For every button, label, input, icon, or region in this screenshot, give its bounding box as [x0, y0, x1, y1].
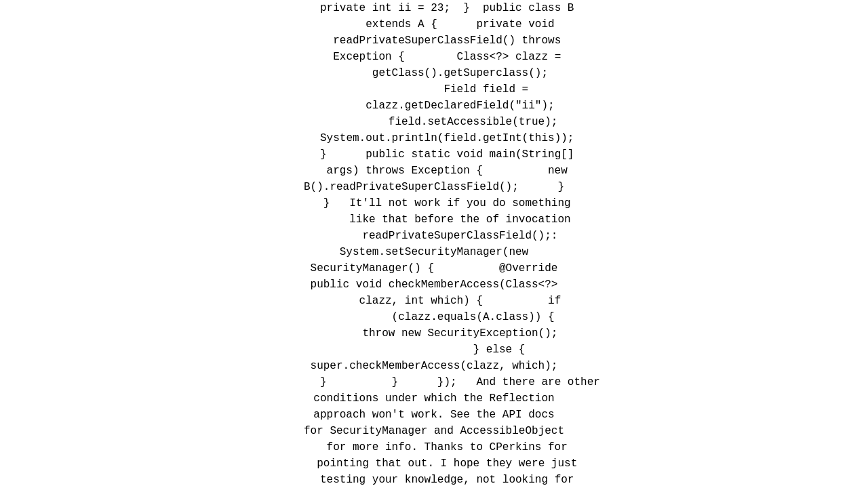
code-line: public void checkMemberAccess(Class<?>: [68, 277, 800, 293]
code-line: pointing that out. I hope they were just: [68, 455, 800, 472]
code-line: field.setAccessible(true);: [68, 114, 800, 130]
code-line: getClass().getSuperclass();: [68, 65, 800, 81]
code-line: System.out.println(field.getInt(this));: [68, 130, 800, 146]
code-line: extends A { private void: [68, 16, 800, 33]
code-block: private int ii = 23; } public class B ex…: [0, 0, 868, 488]
code-line: } } }); And there are other: [68, 374, 800, 390]
code-line: conditions under which the Reflection: [68, 390, 800, 407]
page-wrapper: private int ii = 23; } public class B ex…: [0, 0, 868, 488]
code-line: like that before the of invocation: [68, 211, 800, 228]
code-line: } It'll not work if you do something: [68, 195, 800, 211]
code-line: } public static void main(String[]: [68, 146, 800, 163]
code-line: Field field =: [68, 81, 800, 98]
code-line: clazz.getDeclaredField("ii");: [68, 98, 800, 114]
code-line: testing your knowledge, not looking for: [68, 472, 800, 488]
code-line: for SecurityManager and AccessibleObject: [68, 423, 800, 439]
code-line: private int ii = 23; } public class B: [68, 0, 800, 16]
code-line: System.setSecurityManager(new: [68, 244, 800, 260]
code-line: (clazz.equals(A.class)) {: [68, 309, 800, 325]
code-line: readPrivateSuperClassField() throws: [68, 33, 800, 49]
code-line: readPrivateSuperClassField();:: [68, 228, 800, 244]
code-line: } else {: [68, 342, 800, 358]
code-line: args) throws Exception { new: [68, 163, 800, 179]
code-line: Exception { Class<?> clazz =: [68, 49, 800, 65]
code-line: B().readPrivateSuperClassField(); }: [68, 179, 800, 195]
code-line: throw new SecurityException();: [68, 325, 800, 342]
code-line: SecurityManager() { @Override: [68, 260, 800, 277]
code-line: clazz, int which) { if: [68, 293, 800, 309]
code-line: super.checkMemberAccess(clazz, which);: [68, 358, 800, 374]
code-line: approach won't work. See the API docs: [68, 407, 800, 423]
code-line: for more info. Thanks to CPerkins for: [68, 439, 800, 455]
